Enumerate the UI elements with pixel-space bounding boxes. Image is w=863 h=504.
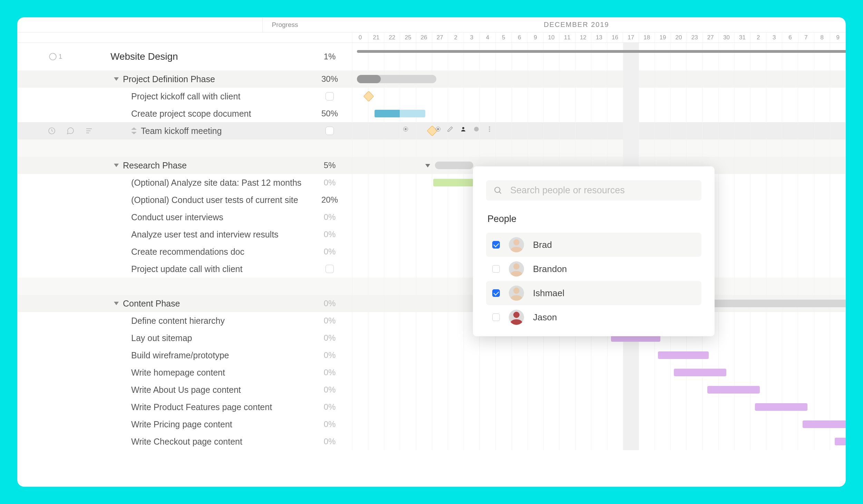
- day-column: 23: [687, 32, 702, 42]
- task-bar[interactable]: [658, 351, 709, 359]
- day-column: 9: [527, 32, 543, 42]
- task-row[interactable]: Write About Us page content0%: [17, 381, 846, 398]
- timeline-month-label: DECEMBER 2019: [307, 17, 846, 32]
- task-bar[interactable]: [835, 438, 846, 445]
- task-row[interactable]: Create project scope document50%: [17, 105, 846, 122]
- project-summary-bar[interactable]: [357, 50, 846, 53]
- task-row[interactable]: Write Pricing page content0%: [17, 416, 846, 433]
- person-icon[interactable]: [460, 126, 467, 133]
- progress-value: 0%: [324, 368, 336, 377]
- blank-row: [17, 278, 846, 295]
- phase-row[interactable]: Project Definition Phase30%: [17, 70, 846, 88]
- task-row[interactable]: (Optional) Analyze site data: Past 12 mo…: [17, 174, 846, 191]
- person-name: Brad: [533, 240, 552, 250]
- timeline-header: Progress DECEMBER 2019: [17, 17, 846, 32]
- comments-icon[interactable]: 1: [48, 52, 62, 61]
- progress-value: 0%: [324, 385, 336, 395]
- task-bar[interactable]: [674, 369, 726, 376]
- person-checkbox[interactable]: [492, 241, 500, 249]
- person-row[interactable]: Brad: [486, 233, 701, 257]
- task-row[interactable]: Write Product Features page content0%: [17, 398, 846, 416]
- phase-row[interactable]: Research Phase5%: [17, 157, 846, 174]
- avatar: [509, 237, 524, 252]
- day-column: 6: [511, 32, 527, 42]
- people-search-input[interactable]: [510, 185, 694, 196]
- svg-point-7: [489, 126, 490, 128]
- task-row[interactable]: Lay out sitemap0%: [17, 329, 846, 347]
- day-column: 18: [639, 32, 654, 42]
- task-bar[interactable]: [803, 420, 846, 428]
- day-column: 6: [782, 32, 798, 42]
- task-row[interactable]: Define content hierarchy0%: [17, 312, 846, 329]
- task-label: Write Product Features page content: [131, 402, 272, 412]
- phase-bar[interactable]: [357, 75, 437, 83]
- task-checkbox[interactable]: [326, 92, 334, 100]
- person-row[interactable]: Ishmael: [486, 281, 701, 305]
- clock-icon[interactable]: [473, 126, 480, 133]
- task-checkbox[interactable]: [326, 265, 334, 273]
- task-bar[interactable]: [375, 110, 426, 117]
- task-bar[interactable]: [433, 179, 473, 186]
- edit-icon[interactable]: [447, 126, 454, 133]
- task-row[interactable]: Team kickoff meeting: [17, 122, 846, 139]
- progress-value: 0%: [324, 299, 336, 308]
- radio-option-icon[interactable]: [403, 127, 408, 132]
- task-row[interactable]: Project kickoff call with client: [17, 88, 846, 105]
- person-checkbox[interactable]: [492, 313, 500, 321]
- task-row[interactable]: Project update call with client: [17, 260, 846, 278]
- person-row[interactable]: Jason: [486, 305, 701, 329]
- milestone-marker[interactable]: [363, 91, 374, 101]
- person-checkbox[interactable]: [492, 289, 500, 297]
- phase-label: Content Phase: [123, 299, 180, 309]
- task-row[interactable]: Create recommendations doc0%: [17, 243, 846, 260]
- progress-value: 0%: [324, 178, 336, 187]
- person-row[interactable]: Brandon: [486, 257, 701, 281]
- collapse-toggle-icon[interactable]: [114, 302, 119, 305]
- day-column: 8: [814, 32, 830, 42]
- timeline-days-header: 0212225262723456910111213161718192023273…: [17, 32, 846, 43]
- clock-icon[interactable]: [48, 127, 56, 135]
- drag-handle-icon[interactable]: [131, 127, 137, 134]
- svg-point-5: [462, 127, 464, 129]
- day-column: 27: [702, 32, 718, 42]
- phase-bar[interactable]: [435, 162, 473, 169]
- assign-people-popover: People BradBrandonIshmaelJason: [473, 166, 715, 336]
- more-icon[interactable]: [486, 126, 493, 133]
- phase-row[interactable]: Content Phase0%: [17, 295, 846, 312]
- task-row[interactable]: Conduct user interviews0%: [17, 209, 846, 226]
- task-label: Write About Us page content: [131, 385, 241, 395]
- person-checkbox[interactable]: [492, 265, 500, 273]
- task-checkbox[interactable]: [326, 127, 334, 135]
- phase-label: Project Definition Phase: [123, 74, 215, 84]
- collapse-toggle-icon[interactable]: [114, 164, 119, 167]
- task-row[interactable]: Build wireframe/prototype0%: [17, 347, 846, 364]
- task-bar[interactable]: [755, 403, 807, 411]
- task-row[interactable]: Analyze user test and interview results0…: [17, 226, 846, 243]
- task-label: Define content hierarchy: [131, 316, 225, 326]
- task-row[interactable]: Write homepage content0%: [17, 364, 846, 381]
- collapse-toggle-icon[interactable]: [114, 77, 119, 81]
- day-column: 25: [400, 32, 416, 42]
- progress-value: 0%: [324, 316, 336, 326]
- task-row[interactable]: Write Checkout page content0%: [17, 433, 846, 450]
- day-column: 19: [654, 32, 670, 42]
- day-column: 4: [479, 32, 495, 42]
- task-label: Create recommendations doc: [131, 247, 244, 257]
- people-search-box[interactable]: [486, 180, 701, 201]
- task-bar[interactable]: [707, 386, 760, 394]
- collapse-toggle-icon[interactable]: [425, 164, 430, 167]
- project-row[interactable]: 1 Website Design 1%: [17, 43, 846, 70]
- avatar: [509, 285, 524, 301]
- comment-icon[interactable]: [66, 127, 75, 135]
- radio-option-icon[interactable]: [436, 127, 440, 132]
- task-label: Build wireframe/prototype: [131, 350, 229, 360]
- task-toolbar: [403, 126, 493, 133]
- day-column: 2: [448, 32, 464, 42]
- day-column: 11: [559, 32, 575, 42]
- search-icon: [494, 186, 503, 195]
- task-label: Lay out sitemap: [131, 333, 192, 343]
- task-row[interactable]: (Optional) Conduct user tests of current…: [17, 191, 846, 209]
- notes-icon[interactable]: [85, 127, 93, 135]
- progress-value: 0%: [324, 247, 336, 256]
- day-column: 22: [384, 32, 400, 42]
